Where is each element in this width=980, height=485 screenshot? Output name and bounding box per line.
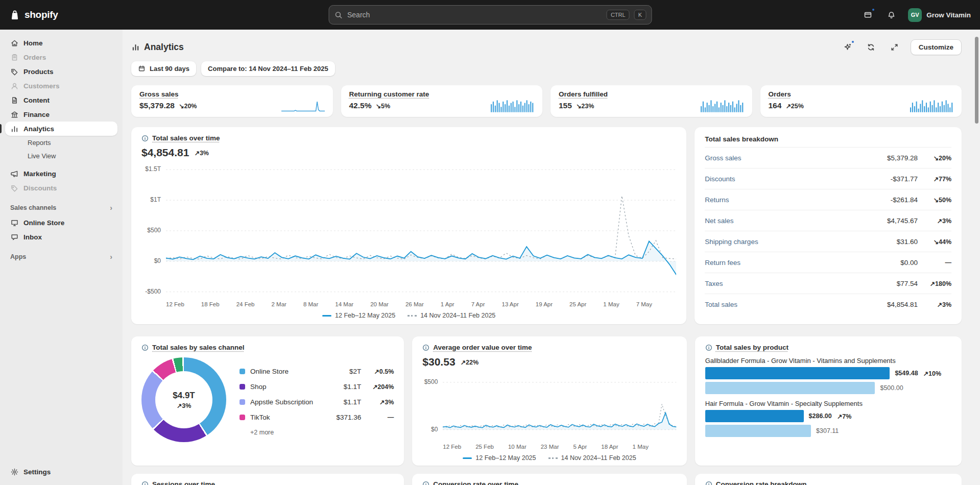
sidebar-item-customers[interactable]: Customers: [5, 79, 117, 93]
sidebar-item-finance[interactable]: Finance: [5, 107, 117, 122]
kbd-ctrl: CTRL: [607, 10, 630, 20]
compare-to-button[interactable]: Compare to: 14 Nov 2024–11 Feb 2025: [201, 61, 335, 76]
notification-dot: [851, 40, 855, 44]
sidebar-item-content[interactable]: Content: [5, 93, 117, 107]
orders-icon: [10, 53, 19, 62]
tag-icon: [10, 67, 19, 76]
chart-value: $4,854.81: [141, 147, 189, 159]
previous-period-swatch: [408, 315, 417, 317]
sidebar-item-orders[interactable]: Orders: [5, 50, 117, 64]
total-sales-over-time-card: Total sales over time $4,854.81 ↗3% $1.5…: [131, 127, 686, 324]
chart-title[interactable]: Average order value over time: [433, 344, 532, 351]
store-menu[interactable]: GV Grow Vitamin: [908, 8, 971, 22]
file-icon: [10, 96, 19, 105]
total-sales-by-channel-card: Total sales by sales channel $4.9T ↗3% O…: [131, 336, 404, 466]
current-period-swatch: [463, 457, 472, 459]
chevron-right-icon: ›: [110, 253, 112, 260]
sparkline-chart: [491, 99, 534, 112]
vertical-scrollbar[interactable]: [975, 37, 978, 124]
shop-swatch: [240, 384, 245, 390]
kpi-title[interactable]: Returning customer rate: [349, 90, 429, 98]
kpi-title[interactable]: Orders fulfilled: [559, 90, 608, 98]
previous-period-swatch: [548, 457, 558, 459]
breakdown-link[interactable]: Return fees: [705, 259, 900, 266]
chart-legend: 12 Feb–12 May 2025 14 Nov 2024–11 Feb 20…: [141, 312, 676, 319]
page-title: Analytics: [131, 42, 184, 53]
customize-button[interactable]: Customize: [911, 39, 962, 55]
apps-section[interactable]: Apps ›: [5, 250, 117, 263]
chevron-right-icon: ›: [110, 204, 112, 211]
donut-center-delta: ↗3%: [177, 402, 192, 409]
sidebar-item-products[interactable]: Products: [5, 64, 117, 79]
breakdown-row: Shipping charges $31.60 ↘44%: [705, 231, 951, 252]
chart-title[interactable]: Conversion rate breakdown: [716, 480, 807, 485]
chart-title[interactable]: Sessions over time: [152, 480, 215, 485]
total-sales-line-chart: [166, 163, 676, 299]
brand-wordmark: shopify: [25, 9, 58, 20]
kbd-k: K: [634, 10, 646, 20]
breakdown-link[interactable]: Total sales: [705, 301, 887, 308]
total-sales-breakdown-card: Total sales breakdown Gross sales $5,379…: [695, 127, 962, 324]
breakdown-link[interactable]: Shipping charges: [705, 238, 896, 246]
kpi-title[interactable]: Orders: [769, 90, 791, 98]
shopify-logo[interactable]: shopify: [0, 9, 58, 20]
kpi-card-returning-customer-rate: Returning customer rate 42.5% ↘5%: [341, 85, 543, 117]
sidebar-item-live-view[interactable]: Live View: [5, 149, 117, 162]
date-range-button[interactable]: Last 90 days: [131, 61, 196, 76]
info-icon: [422, 481, 429, 485]
appstle-swatch: [240, 399, 245, 405]
previous-period-bar: [705, 425, 811, 437]
breakdown-link[interactable]: Returns: [705, 196, 890, 204]
breakdown-link[interactable]: Net sales: [705, 217, 887, 225]
chart-title[interactable]: Total sales by sales channel: [152, 344, 245, 351]
kpi-card-orders: Orders 164 ↗25%: [760, 85, 962, 117]
info-icon: [705, 344, 712, 351]
breakdown-link[interactable]: Gross sales: [705, 154, 887, 162]
chart-title[interactable]: Total sales over time: [152, 134, 220, 142]
chart-title[interactable]: Total sales by product: [716, 344, 788, 351]
discount-icon: [10, 184, 19, 192]
sidebar-item-analytics[interactable]: Analytics: [5, 122, 117, 136]
gear-icon: [10, 468, 19, 476]
kpi-card-orders-fulfilled: Orders fulfilled 155 ↘23%: [551, 85, 752, 117]
sidebar-item-home[interactable]: Home: [5, 36, 117, 50]
conversion-rate-over-time-card: Conversion rate over time: [412, 474, 686, 485]
magic-icon: [843, 43, 852, 52]
notifications-button[interactable]: [885, 8, 898, 21]
active-indicator: [0, 124, 2, 133]
sidebar-item-discounts[interactable]: Discounts: [5, 181, 117, 195]
expand-icon: [890, 43, 899, 52]
assistant-button[interactable]: [840, 39, 855, 55]
sidebar-item-reports[interactable]: Reports: [5, 136, 117, 149]
kpi-delta: ↘23%: [576, 102, 594, 110]
kpi-title[interactable]: Gross sales: [139, 90, 179, 98]
analytics-icon: [10, 125, 19, 133]
kpi-value: 155: [559, 101, 572, 110]
aov-line-chart: [443, 372, 676, 441]
search-input[interactable]: Search CTRL K: [328, 5, 652, 25]
monitor-icon: [10, 219, 19, 227]
breakdown-row: Net sales $4,745.67 ↗3%: [705, 210, 951, 231]
total-sales-by-product-card: Total sales by product Gallbladder Formu…: [695, 336, 962, 466]
sessions-over-time-card: Sessions over time: [131, 474, 404, 485]
browser-window-icon: [864, 11, 872, 19]
refresh-button[interactable]: [864, 39, 879, 55]
sidebar-item-online-store[interactable]: Online Store: [5, 215, 117, 230]
fullscreen-button[interactable]: [887, 39, 902, 55]
sidebar-item-marketing[interactable]: Marketing: [5, 166, 117, 181]
sidebar-item-inbox[interactable]: Inbox: [5, 230, 117, 244]
view-store-button[interactable]: [861, 8, 874, 21]
more-channels-link[interactable]: +2 more: [250, 429, 394, 436]
sales-channels-section[interactable]: Sales channels ›: [5, 201, 117, 214]
kpi-value: $5,379.28: [139, 101, 175, 110]
person-icon: [10, 82, 19, 90]
breakdown-link[interactable]: Taxes: [705, 280, 896, 287]
product-bar-group: Gallbladder Formula - Grow Vitamin - Vit…: [705, 357, 951, 394]
y-axis: $1.5T $1T $500 $0 -$500: [141, 163, 166, 299]
breakdown-row: Gross sales $5,379.28 ↘20%: [705, 147, 951, 168]
analytics-icon: [131, 43, 140, 52]
chart-title[interactable]: Conversion rate over time: [433, 480, 518, 485]
breakdown-link[interactable]: Discounts: [705, 175, 890, 183]
sidebar-item-settings[interactable]: Settings: [5, 465, 117, 479]
y-axis: $500 $0: [422, 372, 443, 441]
